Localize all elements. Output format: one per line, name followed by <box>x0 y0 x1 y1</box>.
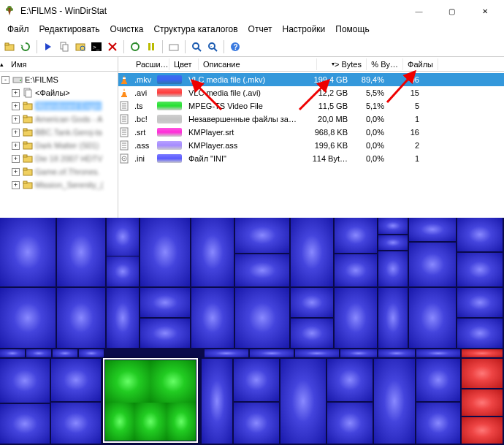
extension-row[interactable]: .iniФайл "INI"114 Byt…0,0%1 <box>118 152 504 165</box>
refresh2-icon[interactable] <box>129 40 142 53</box>
pause-icon[interactable] <box>145 40 158 53</box>
explorer-icon[interactable] <box>74 40 87 53</box>
extension-table[interactable]: .mkvVLC media file (.mkv)199,4 GB89,4%96… <box>118 72 504 167</box>
expand-toggle[interactable]: - <box>1 76 9 84</box>
file-type-icon <box>118 153 130 164</box>
zoom-icon[interactable] <box>190 40 203 53</box>
menu-edit[interactable]: Редактировать <box>35 23 104 36</box>
svg-rect-35 <box>23 155 27 157</box>
menu-report[interactable]: Отчет <box>244 23 277 36</box>
tree-item[interactable]: +<Файлы> <box>0 86 118 99</box>
cell-bytes: 968,8 KB <box>302 128 352 137</box>
expand-toggle[interactable]: + <box>12 129 20 137</box>
column-header[interactable]: ▾> Bytes <box>317 58 367 70</box>
col-name: Имя <box>7 58 31 70</box>
expand-toggle[interactable]: + <box>12 115 20 123</box>
cell-desc: KMPlayer.srt <box>184 128 302 137</box>
extension-header[interactable]: Расши…ЦветОписание▾> Bytes% By…Файлы <box>118 57 504 72</box>
tree-item-label: Dark Matter (S01) <box>35 141 99 150</box>
folder-icon <box>23 167 33 177</box>
separator <box>162 40 163 53</box>
zoom2-icon[interactable]: - <box>206 40 219 53</box>
tree-item[interactable]: +BBC.Tank.Geroj-ta <box>0 126 118 139</box>
menu-tree[interactable]: Структура каталогов <box>149 23 242 36</box>
svg-point-2 <box>10 8 13 11</box>
column-header[interactable]: Расши… <box>131 58 169 70</box>
app-icon <box>3 4 16 18</box>
expand-toggle[interactable]: + <box>12 142 20 150</box>
column-header[interactable]: Описание <box>199 58 317 70</box>
tree-item[interactable]: +Abandoned Engin <box>0 99 118 113</box>
cell-desc: Файл "INI" <box>184 154 302 163</box>
column-header[interactable]: Файлы <box>403 58 438 70</box>
copy-icon[interactable] <box>58 40 71 53</box>
treemap-selection <box>103 358 198 443</box>
svg-rect-41 <box>123 77 126 79</box>
svg-rect-31 <box>23 129 27 131</box>
play-icon[interactable] <box>42 40 55 53</box>
extension-row[interactable]: .tsMPEG-TS Video File11,5 GB5,1%5 <box>118 99 504 113</box>
open-icon[interactable] <box>3 40 16 53</box>
minimize-button[interactable]: — <box>402 1 435 21</box>
cell-color <box>155 102 184 110</box>
directory-tree[interactable]: -E:\FILMS+<Файлы>+Abandoned Engin+Americ… <box>0 72 118 193</box>
svg-text:>_: >_ <box>93 44 100 50</box>
refresh-icon[interactable] <box>19 40 32 53</box>
menu-file[interactable]: Файл <box>3 23 34 36</box>
file-type-icon <box>118 114 130 124</box>
tree-item-label: Abandoned Engin <box>35 102 102 110</box>
expand-toggle[interactable]: + <box>12 89 20 97</box>
maximize-button[interactable]: ▢ <box>435 1 468 21</box>
menu-cleanup[interactable]: Очистка <box>105 23 148 36</box>
extension-row[interactable]: .mkvVLC media file (.mkv)199,4 GB89,4%96 <box>118 73 504 86</box>
delete-icon[interactable] <box>106 40 119 53</box>
expand-toggle[interactable]: + <box>12 168 20 176</box>
svg-rect-42 <box>121 96 127 97</box>
svg-point-23 <box>20 80 21 81</box>
tree-item-label: BBC.Tank.Geroj-ta <box>35 128 102 137</box>
tree-item[interactable]: +Mission_Serenity_( <box>0 178 118 191</box>
tree-item-label: Game.of.Thrones. <box>35 167 100 176</box>
svg-rect-29 <box>23 115 27 118</box>
extension-list-pane: Расши…ЦветОписание▾> Bytes% By…Файлы .mk… <box>118 57 504 218</box>
help-icon[interactable]: ? <box>229 40 242 53</box>
cell-bytes: 12,2 GB <box>302 88 352 97</box>
separator <box>185 40 186 53</box>
expand-toggle[interactable]: + <box>12 155 20 163</box>
empty-folder-icon[interactable] <box>167 40 180 53</box>
cmd-icon[interactable]: >_ <box>90 40 103 53</box>
extension-row[interactable]: .assKMPlayer.ass199,6 KB0,0%2 <box>118 139 504 152</box>
svg-point-62 <box>123 158 125 159</box>
extension-row[interactable]: .bc!Незавершенные файлы за…20,0 MB0,0%1 <box>118 113 504 126</box>
column-header[interactable]: % By… <box>367 58 403 70</box>
folder-icon <box>23 140 33 151</box>
folder-icon <box>23 101 33 111</box>
menu-settings[interactable]: Настройки <box>278 23 329 36</box>
extension-row[interactable]: .aviVLC media file (.avi)12,2 GB5,5%15 <box>118 86 504 99</box>
cell-desc: KMPlayer.ass <box>184 141 302 150</box>
expand-toggle[interactable]: + <box>12 181 20 189</box>
tree-header[interactable]: ▴ Имя <box>0 57 118 72</box>
tree-item[interactable]: +American Gods - A <box>0 113 118 126</box>
cell-color <box>155 128 184 137</box>
tree-item[interactable]: +Die 18 2007 HDTV <box>0 152 118 165</box>
tree-item-label: American Gods - A <box>35 115 102 123</box>
tree-item[interactable]: -E:\FILMS <box>0 73 118 86</box>
cell-desc: VLC media file (.mkv) <box>184 75 302 84</box>
folder-icon <box>23 153 33 164</box>
menu-help[interactable]: Помощь <box>331 23 373 36</box>
svg-rect-12 <box>148 43 150 50</box>
close-button[interactable]: ✕ <box>468 1 501 21</box>
separator <box>37 40 37 53</box>
column-header[interactable]: Цвет <box>169 58 199 70</box>
treemap[interactable] <box>0 218 504 445</box>
svg-rect-33 <box>23 142 27 144</box>
svg-rect-40 <box>121 83 127 84</box>
tree-item[interactable]: +Game.of.Thrones. <box>0 165 118 178</box>
cell-files: 15 <box>389 88 424 97</box>
expand-toggle[interactable]: + <box>12 102 20 110</box>
tree-item[interactable]: +Dark Matter (S01) <box>0 139 118 152</box>
extension-row[interactable]: .srtKMPlayer.srt968,8 KB0,0%16 <box>118 126 504 139</box>
cell-ext: .srt <box>130 128 155 137</box>
svg-point-11 <box>131 43 139 50</box>
